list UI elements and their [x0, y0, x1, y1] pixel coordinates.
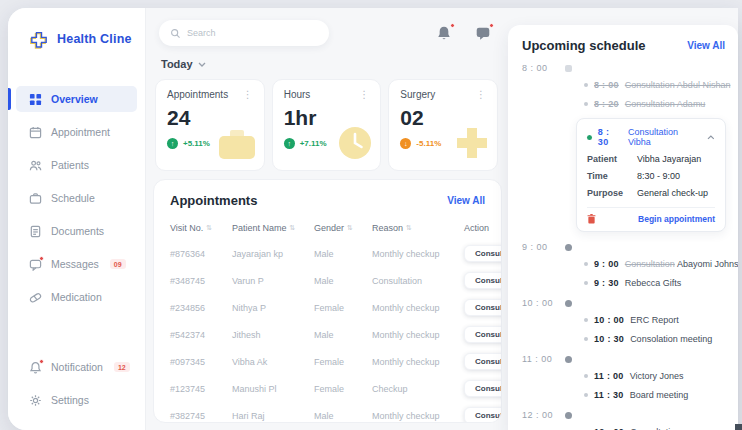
expanded-card-header[interactable]: 8 : 30 Consultation Vibha	[587, 127, 715, 147]
search-input[interactable]	[187, 28, 318, 38]
sort-icon[interactable]: ⇅	[290, 224, 296, 232]
table-row: #234856 Nithya P Female Monthly checkup …	[170, 294, 485, 321]
kebab-menu-icon[interactable]: ⋮	[243, 90, 253, 100]
consult-button[interactable]: Consult	[464, 299, 502, 316]
gender: Female	[314, 303, 372, 313]
briefcase-icon	[29, 192, 42, 205]
stat-card-hours: Hours ⋮ 1hr ↑ +7.11%	[272, 79, 382, 171]
appointments-title: Appointments	[170, 193, 257, 208]
hour-marker	[565, 356, 572, 363]
gender: Male	[314, 276, 372, 286]
sidebar-item-label: Patients	[51, 159, 89, 171]
chat-icon	[29, 258, 42, 271]
app-frame: Health Cline Overview Appointment Patien…	[8, 8, 738, 430]
appointments-view-all-link[interactable]: View All	[447, 195, 485, 206]
consult-button[interactable]: Consult	[464, 353, 502, 370]
patient-name: Vibha Ak	[232, 357, 314, 367]
alert-dot	[450, 23, 455, 28]
sort-icon[interactable]: ⇅	[206, 224, 212, 232]
period-selector[interactable]: Today	[161, 58, 508, 70]
entry-title: Consultation Abdul Nishan	[625, 80, 731, 90]
entry-title: Consultation Adamu	[625, 99, 706, 109]
entry-title: ERC Report	[630, 315, 679, 325]
consult-button[interactable]: Consult	[464, 326, 502, 343]
table-row: #097345 Vibha Ak Female Monthly checkup …	[170, 348, 485, 375]
gear-icon	[29, 394, 42, 407]
table-row: #876364 Jayarajan kp Male Monthly checku…	[170, 240, 485, 267]
sidebar-item-medication[interactable]: Medication	[16, 284, 137, 310]
chevron-up-icon[interactable]	[707, 135, 715, 140]
unread-dot	[39, 256, 44, 261]
gender: Male	[314, 249, 372, 259]
sidebar-bottom-menu: Notification 12 Settings	[8, 354, 145, 420]
schedule-entry[interactable]: 9 : 30 Rebecca Gifts	[584, 278, 738, 288]
consult-button[interactable]: Consult	[464, 272, 502, 289]
document-icon	[29, 225, 42, 238]
entry-dot	[584, 337, 588, 341]
patient-value: Vibha Jayarajan	[637, 154, 715, 164]
consult-button[interactable]: Consult	[464, 245, 502, 262]
schedule-entry[interactable]: 11 : 30 Board meeting	[584, 390, 738, 400]
table-row: #542374 Jithesh Male Monthly checkup Con…	[170, 321, 485, 348]
reason: Checkup	[372, 384, 464, 394]
entry-title: Board meeting	[630, 390, 689, 400]
entry-dot	[584, 281, 588, 285]
consult-button[interactable]: Consult	[464, 380, 502, 397]
sidebar-item-label: Notification	[51, 361, 103, 373]
sidebar-item-patients[interactable]: Patients	[16, 152, 137, 178]
schedule-entry[interactable]: 8 : 00 Consultation Abdul Nishan	[584, 80, 738, 90]
consult-button[interactable]: Consult	[464, 407, 502, 423]
hour-label: 8 : 00	[522, 63, 558, 73]
sidebar-item-appointment[interactable]: Appointment	[16, 119, 137, 145]
column-action: Action	[464, 223, 489, 233]
expanded-appointment-card: 8 : 30 Consultation Vibha PatientVibha J…	[576, 118, 726, 232]
active-dot	[587, 135, 592, 140]
sidebar-item-notification[interactable]: Notification 12	[16, 354, 137, 380]
sidebar-item-documents[interactable]: Documents	[16, 218, 137, 244]
sidebar-item-messages[interactable]: Messages 09	[16, 251, 137, 277]
scrollbar-corner[interactable]	[735, 424, 742, 430]
search-icon	[170, 28, 181, 39]
schedule-view-all-link[interactable]: View All	[687, 40, 725, 51]
search-bar[interactable]	[159, 20, 329, 46]
schedule-entry[interactable]: 10 : 30 Consolation meeting	[584, 334, 738, 344]
stat-cards: Appointments ⋮ 24 ↑ +5.11% Hours ⋮ 1hr	[155, 79, 498, 171]
sidebar-item-label: Schedule	[51, 192, 95, 204]
entry-time: 8 : 30	[598, 127, 622, 147]
patient-name: Varun P	[232, 276, 314, 286]
sort-icon[interactable]: ⇅	[406, 224, 412, 232]
column-reason: Reason	[372, 223, 403, 233]
table-row: #348745 Varun P Male Consultation Consul…	[170, 267, 485, 294]
sidebar-item-overview[interactable]: Overview	[16, 86, 137, 112]
messages-count-badge: 09	[110, 259, 126, 269]
bell-icon	[29, 361, 42, 374]
messages-chat-icon[interactable]	[475, 25, 492, 42]
notifications-bell-icon[interactable]	[436, 25, 453, 42]
schedule-entry[interactable]: 10 : 00 ERC Report	[584, 315, 738, 325]
entry-time: 9 : 00	[594, 259, 619, 269]
gender: Female	[314, 384, 372, 394]
trash-icon[interactable]	[587, 214, 596, 224]
sort-icon[interactable]: ⇅	[347, 224, 353, 232]
column-gender: Gender	[314, 223, 344, 233]
kebab-menu-icon[interactable]: ⋮	[476, 90, 486, 100]
table-row: #382745 Hari Raj Male Monthly checkup Co…	[170, 402, 485, 423]
sidebar-item-settings[interactable]: Settings	[16, 387, 137, 413]
kebab-menu-icon[interactable]: ⋮	[359, 90, 369, 100]
reason: Consultation	[372, 276, 464, 286]
column-patient-name: Patient Name	[232, 223, 287, 233]
table-row: #123745 Manushi Pl Female Checkup Consul…	[170, 375, 485, 402]
hour-label: 11 : 00	[522, 354, 558, 364]
entry-title: Consolation meeting	[630, 334, 712, 344]
schedule-entry[interactable]: 9 : 00 Consultation Abayomi Johnson	[584, 259, 738, 269]
entry-dot	[584, 374, 588, 378]
visit-no: #123745	[170, 384, 232, 394]
schedule-entry[interactable]: 11 : 00 Victory Jones	[584, 371, 738, 381]
hour-label: 12 : 00	[522, 410, 558, 420]
begin-appointment-link[interactable]: Begin appointment	[638, 214, 715, 224]
entry-time: 10 : 00	[594, 315, 624, 325]
visit-no: #542374	[170, 330, 232, 340]
sidebar-item-schedule[interactable]: Schedule	[16, 185, 137, 211]
schedule-entry[interactable]: 8 : 20 Consultation Adamu	[584, 99, 738, 109]
gender: Male	[314, 330, 372, 340]
